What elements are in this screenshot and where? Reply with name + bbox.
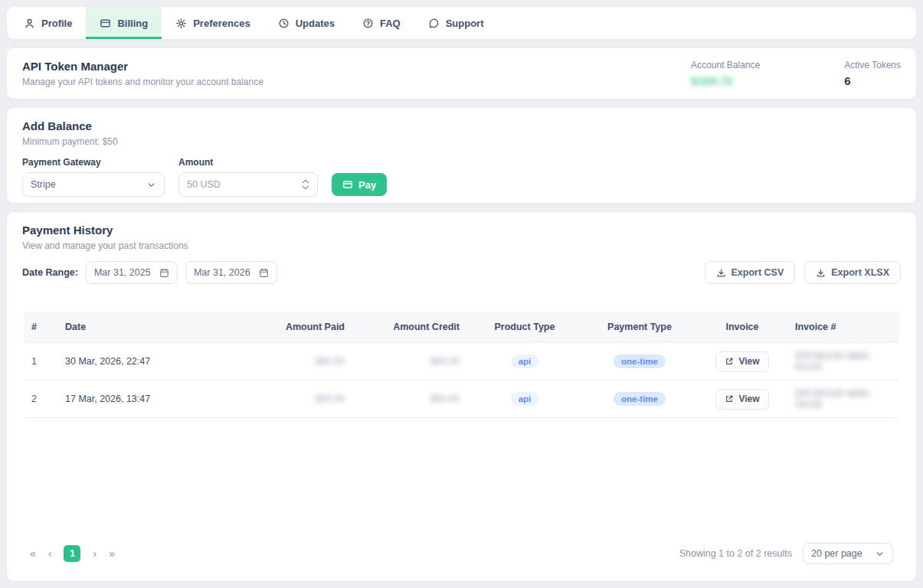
gateway-select[interactable]: Stripe bbox=[22, 172, 165, 197]
row-amount-paid: $50.00 bbox=[316, 356, 345, 367]
table-footer: « ‹ 1 › » Showing 1 to 2 of 2 results 20… bbox=[18, 543, 905, 569]
invoice-number: 50F280130-4884-26128 bbox=[795, 388, 871, 410]
payment-type-badge: one-time bbox=[614, 354, 666, 368]
amount-label: Amount bbox=[178, 157, 318, 168]
add-balance-subtitle: Minimum payment: $50 bbox=[22, 136, 901, 147]
account-balance-label: Account Balance bbox=[691, 60, 760, 70]
amount-input[interactable]: 50 USD bbox=[178, 172, 318, 197]
external-link-icon bbox=[725, 357, 734, 366]
invoice-number: 50F280130-4884-82143 bbox=[795, 351, 871, 372]
per-page-select[interactable]: 20 per page bbox=[803, 543, 893, 564]
add-balance-card: Add Balance Minimum payment: $50 Payment… bbox=[6, 107, 917, 204]
col-invoice-number: Invoice # bbox=[787, 312, 899, 343]
active-tokens-value: 6 bbox=[844, 74, 901, 87]
payment-type-badge: one-time bbox=[614, 392, 666, 406]
pay-button[interactable]: Pay bbox=[332, 173, 387, 196]
col-amount-paid: Amount Paid bbox=[237, 312, 352, 343]
user-icon bbox=[24, 18, 35, 29]
results-summary: Showing 1 to 2 of 2 results 20 per page bbox=[679, 543, 893, 564]
per-page-value: 20 per page bbox=[811, 548, 862, 559]
active-tokens-stat: Active Tokens 6 bbox=[844, 60, 901, 87]
pay-button-label: Pay bbox=[358, 179, 376, 191]
calendar-icon bbox=[259, 268, 269, 278]
date-range-label: Date Range: bbox=[22, 267, 78, 278]
date-to-input[interactable]: Mar 31, 2026 bbox=[185, 261, 277, 284]
first-page-button[interactable]: « bbox=[30, 547, 36, 560]
date-from-value: Mar 31, 2025 bbox=[94, 267, 151, 278]
api-token-manager-card: API Token Manager Manage your API tokens… bbox=[6, 47, 917, 100]
row-date: 30 Mar, 2026, 22:47 bbox=[57, 343, 237, 381]
view-button-label: View bbox=[738, 356, 759, 367]
tab-label: Profile bbox=[41, 18, 72, 29]
col-index: # bbox=[24, 312, 57, 343]
active-tokens-label: Active Tokens bbox=[844, 60, 901, 70]
view-invoice-button[interactable]: View bbox=[715, 389, 768, 410]
calendar-icon bbox=[159, 268, 169, 278]
payment-history-heading: Payment History View and manage your pas… bbox=[18, 224, 905, 251]
account-balance-value: $100.72 bbox=[691, 74, 760, 87]
col-amount-credit: Amount Credit bbox=[352, 312, 467, 343]
export-xlsx-button[interactable]: Export XLSX bbox=[804, 261, 901, 284]
account-stats: Account Balance $100.72 Active Tokens 6 bbox=[691, 60, 901, 87]
account-balance-stat: Account Balance $100.72 bbox=[691, 60, 760, 87]
question-circle-icon bbox=[362, 18, 374, 29]
external-link-icon bbox=[725, 394, 734, 403]
payment-history-subtitle: View and manage your past transactions bbox=[22, 240, 901, 251]
tab-profile[interactable]: Profile bbox=[10, 7, 86, 39]
export-csv-label: Export CSV bbox=[732, 267, 784, 278]
gear-icon bbox=[175, 18, 187, 29]
row-amount-credit: $50.00 bbox=[430, 356, 460, 367]
export-csv-button[interactable]: Export CSV bbox=[705, 261, 796, 284]
tab-label: Billing bbox=[117, 18, 148, 29]
export-buttons: Export CSV Export XLSX bbox=[705, 261, 901, 284]
tab-faq[interactable]: FAQ bbox=[349, 7, 414, 39]
chevron-down-icon bbox=[146, 180, 156, 190]
tab-label: Updates bbox=[296, 18, 335, 29]
table-row: 2 17 Mar, 2026, 13:47 $50.00 $50.00 api … bbox=[24, 381, 899, 418]
chat-bubble-icon bbox=[428, 18, 440, 29]
quantity-stepper[interactable] bbox=[302, 179, 309, 190]
view-invoice-button[interactable]: View bbox=[715, 351, 768, 372]
col-date: Date bbox=[57, 312, 237, 343]
tab-billing[interactable]: Billing bbox=[86, 7, 162, 39]
table-row: 1 30 Mar, 2026, 22:47 $50.00 $50.00 api … bbox=[24, 343, 899, 381]
payment-history-table: # Date Amount Paid Amount Credit Product… bbox=[24, 312, 899, 418]
history-controls: Date Range: Mar 31, 2025 Mar 31, 2026 Ex… bbox=[18, 261, 905, 284]
row-amount-credit: $50.00 bbox=[430, 394, 460, 404]
tab-label: Preferences bbox=[193, 18, 250, 29]
tab-updates[interactable]: Updates bbox=[264, 7, 349, 39]
tab-bar: Profile Billing Preferences Updates FAQ … bbox=[6, 6, 917, 40]
add-balance-form: Payment Gateway Stripe Amount 50 USD bbox=[22, 157, 901, 197]
next-page-button[interactable]: › bbox=[93, 547, 97, 560]
page-title: API Token Manager bbox=[22, 60, 263, 73]
payment-history-card: Payment History View and manage your pas… bbox=[6, 211, 917, 582]
tab-label: Support bbox=[446, 18, 484, 29]
tab-preferences[interactable]: Preferences bbox=[162, 7, 263, 39]
tab-label: FAQ bbox=[380, 18, 401, 29]
amount-value: 50 USD bbox=[187, 179, 221, 190]
table-header-row: # Date Amount Paid Amount Credit Product… bbox=[24, 312, 899, 343]
last-page-button[interactable]: » bbox=[109, 547, 115, 560]
col-payment-type: Payment Type bbox=[582, 312, 697, 343]
product-type-badge: api bbox=[511, 392, 539, 406]
chevron-up-icon bbox=[302, 179, 309, 184]
col-product-type: Product Type bbox=[467, 312, 582, 343]
gateway-selected-value: Stripe bbox=[31, 179, 56, 190]
row-index: 2 bbox=[24, 381, 57, 418]
row-date: 17 Mar, 2026, 13:47 bbox=[57, 381, 237, 418]
product-type-badge: api bbox=[511, 354, 539, 368]
prev-page-button[interactable]: ‹ bbox=[48, 547, 52, 560]
results-count-text: Showing 1 to 2 of 2 results bbox=[679, 548, 792, 559]
tab-support[interactable]: Support bbox=[414, 7, 498, 39]
current-page-button[interactable]: 1 bbox=[64, 545, 80, 562]
payment-history-title: Payment History bbox=[22, 224, 901, 237]
row-amount-paid: $50.00 bbox=[316, 394, 345, 404]
date-to-value: Mar 31, 2026 bbox=[194, 267, 250, 278]
clock-icon bbox=[278, 18, 290, 29]
gateway-label: Payment Gateway bbox=[22, 157, 165, 168]
export-xlsx-label: Export XLSX bbox=[831, 267, 889, 278]
chevron-down-icon bbox=[875, 549, 885, 559]
view-button-label: View bbox=[738, 394, 759, 404]
page-subtitle: Manage your API tokens and monitor your … bbox=[22, 77, 263, 87]
date-from-input[interactable]: Mar 31, 2025 bbox=[86, 261, 178, 284]
